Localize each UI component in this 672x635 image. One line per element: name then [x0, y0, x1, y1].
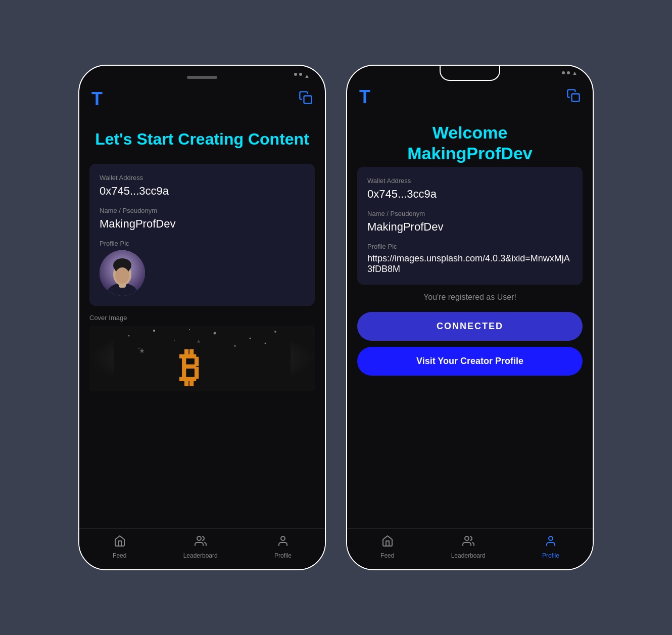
right-copy-icon[interactable] — [566, 88, 581, 106]
left-nav-feed[interactable]: Feed — [113, 535, 126, 559]
left-name-section: Name / Pseudonym MakingProfDev — [100, 207, 305, 231]
right-logo: T — [359, 88, 370, 106]
signal-dot-2 — [299, 73, 302, 76]
right-nav-leaderboard[interactable]: Leaderboard — [451, 535, 486, 559]
svg-point-23 — [281, 536, 285, 540]
right-nav-feed[interactable]: Feed — [380, 535, 394, 559]
left-app-header: T — [79, 86, 325, 114]
svg-point-15 — [138, 348, 140, 349]
left-copy-icon[interactable] — [299, 90, 313, 108]
right-profile-pic-label: Profile Pic — [367, 243, 572, 250]
left-name-label: Name / Pseudonym — [100, 207, 305, 214]
right-nav-profile[interactable]: Profile — [542, 535, 559, 559]
right-name-section: Name / Pseudonym MakingProfDev — [367, 210, 572, 234]
left-cover-image: ₿ — [89, 326, 315, 391]
signal-dot-r2 — [567, 71, 570, 74]
left-leaderboard-label: Leaderboard — [183, 552, 218, 559]
welcome-line1: Welcome — [433, 123, 508, 142]
left-feed-label: Feed — [113, 552, 126, 559]
right-app-header: T — [347, 84, 593, 112]
phones-container: ▲ T Let's Start Creating Content Wallet … — [68, 55, 604, 580]
left-profile-label: Profile — [274, 552, 292, 559]
visit-profile-button[interactable]: Visit Your Creator Profile — [357, 347, 583, 376]
status-bar-left: ▲ — [79, 66, 325, 86]
left-logo: T — [91, 90, 103, 108]
left-bottom-nav: Feed Leaderboard — [79, 528, 325, 569]
left-wallet-label: Wallet Address — [100, 174, 305, 182]
left-info-card: Wallet Address 0x745...3cc9a Name / Pseu… — [89, 164, 315, 306]
profile-pic-placeholder — [100, 250, 145, 296]
left-phone: ▲ T Let's Start Creating Content Wallet … — [78, 65, 326, 570]
right-name-label: Name / Pseudonym — [367, 210, 572, 217]
svg-point-13 — [250, 338, 251, 339]
welcome-line2: MakingProfDev — [407, 144, 533, 163]
left-leaderboard-icon — [195, 535, 207, 550]
svg-point-26 — [549, 536, 553, 540]
right-wallet-section: Wallet Address 0x745...3cc9a — [367, 177, 572, 201]
signal-text-right: ▲ — [572, 70, 578, 76]
svg-point-25 — [465, 536, 469, 540]
right-feed-label: Feed — [380, 552, 394, 559]
svg-point-17 — [234, 345, 236, 347]
right-name-value: MakingProfDev — [367, 220, 572, 234]
svg-point-7 — [115, 267, 129, 284]
left-name-value: MakingProfDev — [100, 217, 305, 231]
right-info-card: Wallet Address 0x745...3cc9a Name / Pseu… — [357, 167, 583, 285]
left-profile-pic-label: Profile Pic — [100, 240, 305, 247]
right-wallet-value: 0x745...3cc9a — [367, 188, 572, 201]
left-nav-profile[interactable]: Profile — [274, 535, 292, 559]
svg-point-18 — [265, 343, 266, 344]
svg-point-10 — [153, 330, 155, 332]
right-profile-icon — [545, 535, 557, 550]
svg-point-14 — [274, 331, 276, 333]
svg-point-22 — [197, 536, 201, 540]
right-leaderboard-icon — [462, 535, 474, 550]
left-feed-icon — [114, 535, 126, 550]
right-wallet-label: Wallet Address — [367, 177, 572, 185]
signal-dot-r1 — [562, 71, 565, 74]
right-feed-icon — [381, 535, 394, 550]
right-phone: ▲ T Welcome MakingProfDev — [346, 65, 594, 570]
right-status-bar: ▲ — [347, 66, 593, 84]
left-profile-icon — [277, 535, 289, 550]
status-pill — [187, 76, 217, 79]
left-title: Let's Start Creating Content — [89, 129, 315, 149]
svg-point-12 — [214, 332, 216, 335]
signal-text: ▲ — [304, 73, 310, 79]
phone-notch — [440, 66, 500, 81]
right-profile-label: Profile — [542, 552, 559, 559]
svg-rect-0 — [304, 96, 312, 104]
left-wallet-value: 0x745...3cc9a — [100, 185, 305, 198]
registered-text: You're registered as User! — [357, 293, 583, 302]
svg-rect-24 — [572, 94, 580, 102]
right-welcome-title: Welcome MakingProfDev — [357, 122, 583, 164]
right-phone-content[interactable]: Welcome MakingProfDev Wallet Address 0x7… — [347, 112, 593, 528]
svg-point-9 — [128, 335, 130, 337]
svg-rect-8 — [114, 326, 291, 391]
left-cover-label: Cover Image — [89, 314, 315, 322]
svg-point-16 — [189, 329, 190, 330]
right-profile-pic-section: Profile Pic https://images.unsplash.com/… — [367, 243, 572, 275]
right-leaderboard-label: Leaderboard — [451, 552, 486, 559]
right-profile-pic-url: https://images.unsplash.com/4.0.3&ixid=M… — [367, 253, 572, 275]
right-bottom-nav: Feed Leaderboard — [347, 528, 593, 569]
signal-dot-1 — [294, 73, 297, 76]
left-profile-pic-section: Profile Pic — [100, 240, 305, 296]
svg-point-11 — [174, 340, 175, 341]
left-nav-leaderboard[interactable]: Leaderboard — [183, 535, 218, 559]
svg-text:₿: ₿ — [179, 345, 200, 390]
connected-button[interactable]: CONNECTED — [357, 312, 583, 341]
left-profile-pic — [100, 250, 145, 296]
left-wallet-section: Wallet Address 0x745...3cc9a — [100, 174, 305, 198]
left-phone-content[interactable]: Let's Start Creating Content Wallet Addr… — [79, 114, 325, 528]
status-icons: ▲ — [562, 70, 578, 76]
left-cover-section: Cover Image — [89, 314, 315, 391]
